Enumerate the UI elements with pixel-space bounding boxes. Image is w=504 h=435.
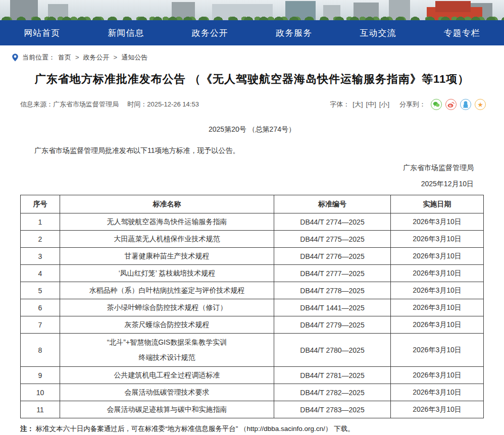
cell-code: DB44/T 2777—2025 (274, 265, 391, 282)
page-title: 广东省地方标准批准发布公告 （《无人驾驶航空器海岛快件运输服务指南》等11项） (0, 72, 504, 87)
cell-name: 灰茶尺蠖综合防控技术规程 (60, 316, 274, 334)
share-qq-icon[interactable] (460, 99, 471, 110)
cell-index: 2 (21, 231, 60, 248)
cell-index: 9 (21, 367, 60, 384)
table-row: 3 甘薯健康种苗生产技术规程 DB44/T 2776—2025 2026年3月1… (21, 248, 484, 265)
nav-item-home[interactable]: 网站首页 (0, 20, 84, 45)
nav-item-gov-info[interactable]: 政务公开 (168, 20, 252, 45)
cell-index: 8 (21, 334, 60, 367)
breadcrumb: 当前位置： 首页 > 政务公开 > 通知公告 (0, 45, 504, 63)
cell-name: 大田蔬菜无人机植保作业技术规范 (60, 231, 274, 248)
cell-date: 2026年3月10日 (391, 367, 484, 384)
col-header-date: 实施日期 (391, 195, 484, 213)
cell-code: DB44/T 2780—2025 (274, 334, 391, 367)
font-size-label: 字体： (330, 100, 349, 109)
cell-date: 2026年3月10日 (391, 282, 484, 299)
cell-index: 11 (21, 401, 60, 418)
footnote: 注： 标准文本六十日内备案通过后，可在标准委“地方标准信息服务平台” （http… (20, 424, 484, 433)
cell-date: 2026年3月10日 (391, 316, 484, 334)
cell-date: 2026年3月10日 (391, 299, 484, 316)
font-size-large-button[interactable]: [大] (352, 100, 363, 109)
table-row: 10 会展活动低碳管理技术要求 DB44/T 2782—2025 2026年3月… (21, 384, 484, 401)
signature-date: 2025年12月10日 (0, 180, 474, 189)
nav-item-interact[interactable]: 互动交流 (336, 20, 420, 45)
cell-code: DB44/T 2774—2025 (274, 213, 391, 231)
cell-code: DB44/T 2779—2025 (274, 316, 391, 334)
signature-org: 广东省市场监督管理局 (0, 164, 474, 173)
share-wechat-icon[interactable] (431, 99, 442, 110)
nav-item-news[interactable]: 新闻信息 (84, 20, 168, 45)
banner-treeline (0, 14, 504, 20)
time-label: 时间： (127, 100, 147, 108)
cell-code: DB44/T 2782—2025 (274, 384, 391, 401)
table-row: 1 无人驾驶航空器海岛快件运输服务指南 DB44/T 2774—2025 202… (21, 213, 484, 231)
table-row: 5 水稻品种（系）白叶枯病抗性鉴定与评价技术规程 DB44/T 2778—202… (21, 282, 484, 299)
cell-code: DB44/T 2783—2025 (274, 401, 391, 418)
article-source: 信息来源：广东省市场监督管理局 时间：2025-12-26 14:53 (20, 100, 199, 109)
cell-name: 会展活动碳足迹核算与碳中和实施指南 (60, 401, 274, 418)
nav-item-topics[interactable]: 专题专栏 (420, 20, 504, 45)
header-banner-image (0, 0, 504, 20)
cell-name: ‘凤山红灯笼’ 荔枝栽培技术规程 (60, 265, 274, 282)
table-row-highlighted: 9 公共建筑机电工程全过程调适标准 DB44/T 2781—2025 2026年… (21, 367, 484, 384)
share-favorite-icon[interactable]: ★ (475, 99, 486, 110)
announcement-body: 广东省市场监督管理局批准发布以下11项地方标准，现予以公告。 (20, 146, 484, 155)
cell-name: 会展活动低碳管理技术要求 (60, 384, 274, 401)
time-value: 2025-12-26 14:53 (147, 100, 199, 108)
table-header-row: 序号 标准名称 标准编号 实施日期 (21, 195, 484, 213)
breadcrumb-home[interactable]: 首页 (58, 53, 71, 62)
cell-name: 无人驾驶航空器海岛快件运输服务指南 (60, 213, 274, 231)
share-buttons: ★ (431, 99, 486, 110)
cell-date: 2026年3月10日 (391, 231, 484, 248)
cell-name: 茶小绿叶蝉综合防控技术规程（修订） (60, 299, 274, 316)
table-row: 6 茶小绿叶蝉综合防控技术规程（修订） DB44/T 1441—2025 202… (21, 299, 484, 316)
cell-date: 2026年3月10日 (391, 213, 484, 231)
breadcrumb-separator: > (114, 53, 118, 61)
standards-table-wrap: 序号 标准名称 标准编号 实施日期 1 无人驾驶航空器海岛快件运输服务指南 DB… (20, 195, 484, 418)
breadcrumb-gov-info[interactable]: 政务公开 (83, 53, 110, 62)
cell-index: 6 (21, 299, 60, 316)
doc-number: 2025第20号 （总第274号） (0, 125, 504, 134)
table-row: 7 灰茶尺蠖综合防控技术规程 DB44/T 2779—2025 2026年3月1… (21, 316, 484, 334)
cell-name: 甘薯健康种苗生产技术规程 (60, 248, 274, 265)
nav-item-services[interactable]: 政务服务 (252, 20, 336, 45)
cell-date: 2026年3月10日 (391, 384, 484, 401)
cell-date: 2026年3月10日 (391, 265, 484, 282)
cell-name: 水稻品种（系）白叶枯病抗性鉴定与评价技术规程 (60, 282, 274, 299)
location-pin-icon (11, 53, 19, 62)
cell-code: DB44/T 1441—2025 (274, 299, 391, 316)
table-row: 4 ‘凤山红灯笼’ 荔枝栽培技术规程 DB44/T 2777—2025 2026… (21, 265, 484, 282)
article-meta: 信息来源：广东省市场监督管理局 时间：2025-12-26 14:53 字体： … (20, 99, 486, 110)
cell-date: 2026年3月10日 (391, 334, 484, 367)
cell-code: DB44/T 2781—2025 (274, 367, 391, 384)
article-tools: 字体： [大] [中] [小] 分享到： (330, 99, 486, 110)
breadcrumb-notices[interactable]: 通知公告 (121, 53, 147, 62)
share-label: 分享到： (399, 100, 426, 109)
share-weibo-icon[interactable] (445, 99, 457, 110)
cell-date: 2026年3月10日 (391, 401, 484, 418)
cell-index: 5 (21, 282, 60, 299)
cell-name: “北斗”+智慧物流GIS数据采集教学实训终端技术设计规范 (60, 334, 274, 367)
breadcrumb-separator: > (75, 53, 79, 61)
source-label: 信息来源： (20, 100, 53, 108)
footnote-label: 注： (20, 425, 34, 432)
cell-index: 3 (21, 248, 60, 265)
cell-index: 7 (21, 316, 60, 334)
col-header-code: 标准编号 (274, 195, 391, 213)
cell-code: DB44/T 2776—2025 (274, 248, 391, 265)
cell-name: 公共建筑机电工程全过程调适标准 (60, 367, 274, 384)
cell-date: 2026年3月10日 (391, 248, 484, 265)
table-row: 2 大田蔬菜无人机植保作业技术规范 DB44/T 2775—2025 2026年… (21, 231, 484, 248)
main-nav: 网站首页 新闻信息 政务公开 政务服务 互动交流 专题专栏 (0, 20, 504, 45)
col-header-name: 标准名称 (60, 195, 274, 213)
cell-index: 10 (21, 384, 60, 401)
source-value: 广东省市场监督管理局 (53, 100, 119, 108)
cell-index: 1 (21, 213, 60, 231)
table-row: 11 会展活动碳足迹核算与碳中和实施指南 DB44/T 2783—2025 20… (21, 401, 484, 418)
footnote-text: 标准文本六十日内备案通过后，可在标准委“地方标准信息服务平台” （http://… (36, 425, 355, 432)
font-size-small-button[interactable]: [小] (379, 100, 389, 109)
font-size-medium-button[interactable]: [中] (366, 100, 376, 109)
cell-index: 4 (21, 265, 60, 282)
cell-code: DB44/T 2775—2025 (274, 231, 391, 248)
cell-code: DB44/T 2778—2025 (274, 282, 391, 299)
